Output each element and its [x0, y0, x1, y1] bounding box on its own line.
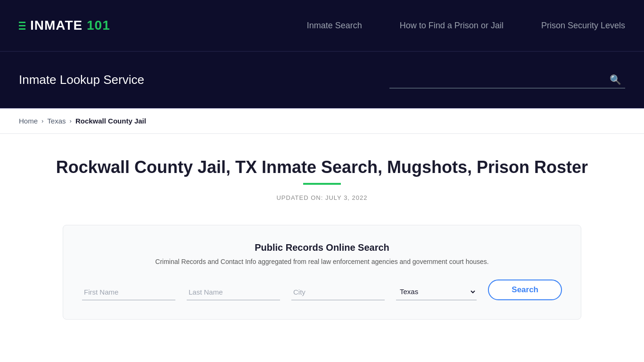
page-title: Rockwall County Jail, TX Inmate Search, …	[19, 157, 625, 177]
last-name-input[interactable]	[187, 284, 280, 300]
state-field: AlabamaAlaskaArizonaArkansasCaliforniaCo…	[396, 283, 477, 300]
first-name-input[interactable]	[82, 284, 175, 300]
main-content: Rockwall County Jail, TX Inmate Search, …	[0, 134, 644, 338]
search-banner: Inmate Lookup Service 🔍	[0, 52, 644, 108]
public-records-search-card: Public Records Online Search Criminal Re…	[63, 225, 581, 320]
nav-links: Inmate Search How to Find a Prison or Ja…	[307, 21, 625, 31]
nav-inmate-search[interactable]: Inmate Search	[307, 21, 362, 31]
updated-date: UPDATED ON: JULY 3, 2022	[19, 194, 625, 201]
global-search-button[interactable]: 🔍	[606, 72, 625, 87]
search-input-wrapper: 🔍	[389, 72, 625, 89]
first-name-field	[82, 284, 175, 300]
breadcrumb-chevron-1: ›	[41, 117, 43, 124]
search-button[interactable]: Search	[488, 280, 562, 300]
breadcrumb-state[interactable]: Texas	[47, 117, 66, 125]
search-banner-title: Inmate Lookup Service	[19, 73, 144, 87]
global-search-input[interactable]	[389, 72, 606, 88]
search-card-title: Public Records Online Search	[82, 242, 562, 253]
city-field	[291, 284, 385, 300]
top-navigation: INMATE 101 Inmate Search How to Find a P…	[0, 0, 644, 52]
last-name-field	[187, 284, 280, 300]
breadcrumb-home[interactable]: Home	[19, 117, 38, 125]
title-underline	[303, 183, 341, 185]
breadcrumb-current-page: Rockwall County Jail	[75, 117, 146, 125]
nav-how-to-find[interactable]: How to Find a Prison or Jail	[400, 21, 504, 31]
breadcrumb-chevron-2: ›	[70, 117, 72, 124]
city-input[interactable]	[291, 284, 385, 300]
search-icon: 🔍	[610, 74, 621, 85]
state-select[interactable]: AlabamaAlaskaArizonaArkansasCaliforniaCo…	[396, 283, 477, 300]
logo-bars-icon	[19, 22, 25, 30]
search-card-description: Criminal Records and Contact Info aggreg…	[82, 258, 562, 265]
logo-text: INMATE 101	[30, 18, 110, 33]
search-form-row: AlabamaAlaskaArizonaArkansasCaliforniaCo…	[82, 280, 562, 300]
nav-security-levels[interactable]: Prison Security Levels	[541, 21, 625, 31]
breadcrumb: Home › Texas › Rockwall County Jail	[0, 108, 644, 134]
logo[interactable]: INMATE 101	[19, 18, 110, 33]
